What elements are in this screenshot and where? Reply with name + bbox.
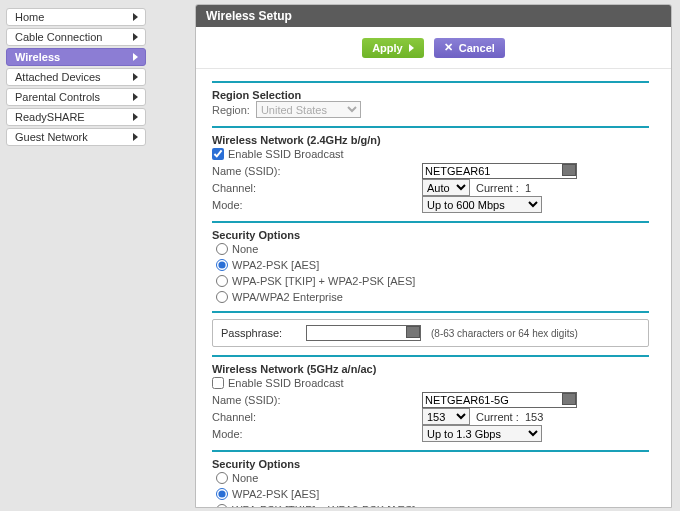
sec24-radio-mixed[interactable] xyxy=(216,275,228,287)
sidebar-item-label: Wireless xyxy=(15,51,60,63)
ssid-24-label: Name (SSID): xyxy=(212,165,422,177)
ssid-24-input[interactable] xyxy=(422,163,577,179)
region-label: Region: xyxy=(212,104,250,116)
chevron-right-icon xyxy=(133,133,138,141)
channel-5-label: Channel: xyxy=(212,411,422,423)
sec5-radio-wpa2psk[interactable] xyxy=(216,488,228,500)
radio-label: WPA2-PSK [AES] xyxy=(232,259,319,271)
enable-ssid-5-label: Enable SSID Broadcast xyxy=(228,377,344,389)
ssid-5-input[interactable] xyxy=(422,392,577,408)
radio-label: WPA-PSK [TKIP] + WPA2-PSK [AES] xyxy=(232,275,415,287)
play-icon xyxy=(409,44,414,52)
section-heading-5ghz: Wireless Network (5GHz a/n/ac) xyxy=(212,363,649,375)
sidebar-item-attached-devices[interactable]: Attached Devices xyxy=(6,68,146,86)
sidebar-item-readyshare[interactable]: ReadySHARE xyxy=(6,108,146,126)
chevron-right-icon xyxy=(133,33,138,41)
close-icon: ✕ xyxy=(444,41,453,54)
chevron-right-icon xyxy=(133,13,138,21)
sec24-radio-enterprise[interactable] xyxy=(216,291,228,303)
content-scroll[interactable]: Region Selection Region: United States W… xyxy=(196,70,671,507)
mode-24-select[interactable]: Up to 600 Mbps xyxy=(422,196,542,213)
sidebar-item-label: Home xyxy=(15,11,44,23)
button-label: Apply xyxy=(372,42,403,54)
passphrase-label: Passphrase: xyxy=(221,327,296,339)
sec24-radio-none[interactable] xyxy=(216,243,228,255)
divider xyxy=(212,81,649,83)
channel-24-label: Channel: xyxy=(212,182,422,194)
passphrase-box: Passphrase: (8-63 characters or 64 hex d… xyxy=(212,319,649,347)
current-channel-24-label: Current : 1 xyxy=(476,182,531,194)
enable-ssid-24-label: Enable SSID Broadcast xyxy=(228,148,344,160)
keyboard-icon[interactable] xyxy=(562,393,576,405)
radio-label: None xyxy=(232,472,258,484)
sidebar-item-parental-controls[interactable]: Parental Controls xyxy=(6,88,146,106)
passphrase-hint: (8-63 characters or 64 hex digits) xyxy=(431,328,578,339)
page-title: Wireless Setup xyxy=(196,5,671,27)
sidebar-item-label: Cable Connection xyxy=(15,31,102,43)
ssid-5-label: Name (SSID): xyxy=(212,394,422,406)
sec5-radio-none[interactable] xyxy=(216,472,228,484)
passphrase-input[interactable] xyxy=(306,325,421,341)
cancel-button[interactable]: ✕ Cancel xyxy=(434,38,505,58)
mode-5-label: Mode: xyxy=(212,428,422,440)
mode-5-select[interactable]: Up to 1.3 Gbps xyxy=(422,425,542,442)
sec24-radio-wpa2psk[interactable] xyxy=(216,259,228,271)
region-select: United States xyxy=(256,101,361,118)
keyboard-icon[interactable] xyxy=(562,164,576,176)
sec5-radio-mixed[interactable] xyxy=(216,504,228,507)
chevron-right-icon xyxy=(133,93,138,101)
button-label: Cancel xyxy=(459,42,495,54)
sidebar-item-cable-connection[interactable]: Cable Connection xyxy=(6,28,146,46)
radio-label: WPA-PSK [TKIP] + WPA2-PSK [AES] xyxy=(232,504,415,507)
radio-label: WPA2-PSK [AES] xyxy=(232,488,319,500)
mode-24-label: Mode: xyxy=(212,199,422,211)
toolbar: Apply ✕ Cancel xyxy=(196,27,671,69)
divider xyxy=(212,355,649,357)
channel-24-select[interactable]: Auto xyxy=(422,179,470,196)
chevron-right-icon xyxy=(133,113,138,121)
channel-5-select[interactable]: 153 xyxy=(422,408,470,425)
sidebar-item-guest-network[interactable]: Guest Network xyxy=(6,128,146,146)
divider xyxy=(212,221,649,223)
divider xyxy=(212,126,649,128)
sidebar-item-wireless[interactable]: Wireless xyxy=(6,48,146,66)
section-heading-region: Region Selection xyxy=(212,89,649,101)
radio-label: None xyxy=(232,243,258,255)
radio-label: WPA/WPA2 Enterprise xyxy=(232,291,343,303)
divider xyxy=(212,311,649,313)
chevron-right-icon xyxy=(133,73,138,81)
main-panel: Wireless Setup Apply ✕ Cancel Region Sel… xyxy=(195,4,672,508)
chevron-right-icon xyxy=(133,53,138,61)
enable-ssid-24-checkbox[interactable] xyxy=(212,148,224,160)
sidebar-item-label: Guest Network xyxy=(15,131,88,143)
divider xyxy=(212,450,649,452)
keyboard-icon[interactable] xyxy=(406,326,420,338)
enable-ssid-5-checkbox[interactable] xyxy=(212,377,224,389)
sidebar-item-home[interactable]: Home xyxy=(6,8,146,26)
section-heading-24ghz: Wireless Network (2.4GHz b/g/n) xyxy=(212,134,649,146)
section-heading-security-24: Security Options xyxy=(212,229,649,241)
sidebar: Home Cable Connection Wireless Attached … xyxy=(6,8,146,148)
sidebar-item-label: Attached Devices xyxy=(15,71,101,83)
sidebar-item-label: ReadySHARE xyxy=(15,111,85,123)
section-heading-security-5: Security Options xyxy=(212,458,649,470)
apply-button[interactable]: Apply xyxy=(362,38,424,58)
sidebar-item-label: Parental Controls xyxy=(15,91,100,103)
current-channel-5-label: Current : 153 xyxy=(476,411,543,423)
